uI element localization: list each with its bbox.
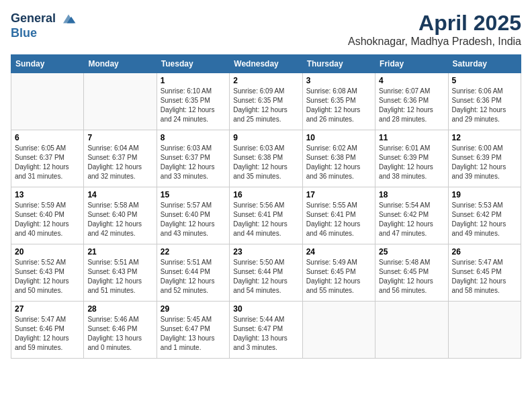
cell-info: Sunrise: 6:01 AM Sunset: 6:39 PM Dayligh… <box>379 144 444 181</box>
calendar-cell: 6Sunrise: 6:05 AM Sunset: 6:37 PM Daylig… <box>11 130 84 187</box>
title-area: April 2025 Ashoknagar, Madhya Pradesh, I… <box>348 11 521 48</box>
cell-info: Sunrise: 6:06 AM Sunset: 6:36 PM Dayligh… <box>452 87 517 124</box>
weekday-header-saturday: Saturday <box>448 55 521 73</box>
calendar-cell: 4Sunrise: 6:07 AM Sunset: 6:36 PM Daylig… <box>375 73 448 130</box>
cell-info: Sunrise: 5:47 AM Sunset: 6:46 PM Dayligh… <box>15 315 80 353</box>
cell-day-number: 18 <box>379 190 444 199</box>
calendar-cell: 17Sunrise: 5:55 AM Sunset: 6:41 PM Dayli… <box>302 187 375 244</box>
calendar-cell: 23Sunrise: 5:50 AM Sunset: 6:44 PM Dayli… <box>230 244 302 302</box>
cell-info: Sunrise: 5:54 AM Sunset: 6:42 PM Dayligh… <box>379 201 444 238</box>
cell-day-number: 1 <box>161 76 226 85</box>
cell-info: Sunrise: 5:44 AM Sunset: 6:47 PM Dayligh… <box>233 315 298 353</box>
cell-day-number: 4 <box>379 76 444 85</box>
calendar-cell: 19Sunrise: 5:53 AM Sunset: 6:42 PM Dayli… <box>448 187 521 244</box>
calendar-cell: 16Sunrise: 5:56 AM Sunset: 6:41 PM Dayli… <box>230 187 302 244</box>
weekday-header-tuesday: Tuesday <box>157 55 229 73</box>
cell-info: Sunrise: 5:48 AM Sunset: 6:45 PM Dayligh… <box>379 258 444 295</box>
calendar-cell: 30Sunrise: 5:44 AM Sunset: 6:47 PM Dayli… <box>230 302 302 359</box>
cell-info: Sunrise: 6:07 AM Sunset: 6:36 PM Dayligh… <box>379 87 444 124</box>
cell-day-number: 26 <box>452 247 517 257</box>
cell-day-number: 13 <box>15 190 80 199</box>
calendar-cell: 15Sunrise: 5:57 AM Sunset: 6:40 PM Dayli… <box>157 187 229 244</box>
cell-info: Sunrise: 6:10 AM Sunset: 6:35 PM Dayligh… <box>161 87 226 124</box>
calendar-cell: 12Sunrise: 6:00 AM Sunset: 6:39 PM Dayli… <box>448 130 521 187</box>
location-title: Ashoknagar, Madhya Pradesh, India <box>348 36 521 48</box>
week-row-4: 20Sunrise: 5:52 AM Sunset: 6:43 PM Dayli… <box>11 244 521 302</box>
cell-info: Sunrise: 5:52 AM Sunset: 6:43 PM Dayligh… <box>15 258 80 295</box>
cell-day-number: 5 <box>452 76 517 85</box>
cell-info: Sunrise: 5:46 AM Sunset: 6:46 PM Dayligh… <box>87 315 152 353</box>
calendar-cell <box>448 302 521 359</box>
cell-day-number: 22 <box>161 247 226 257</box>
calendar-cell: 7Sunrise: 6:04 AM Sunset: 6:37 PM Daylig… <box>84 130 157 187</box>
cell-info: Sunrise: 6:04 AM Sunset: 6:37 PM Dayligh… <box>87 144 152 181</box>
weekday-header-monday: Monday <box>84 55 157 73</box>
cell-day-number: 23 <box>233 247 298 257</box>
cell-day-number: 27 <box>15 304 80 314</box>
weekday-header-thursday: Thursday <box>302 55 375 73</box>
calendar-cell: 8Sunrise: 6:03 AM Sunset: 6:37 PM Daylig… <box>157 130 229 187</box>
calendar-table: SundayMondayTuesdayWednesdayThursdayFrid… <box>11 54 521 359</box>
cell-info: Sunrise: 5:51 AM Sunset: 6:44 PM Dayligh… <box>161 258 226 295</box>
week-row-5: 27Sunrise: 5:47 AM Sunset: 6:46 PM Dayli… <box>11 302 521 359</box>
cell-info: Sunrise: 5:56 AM Sunset: 6:41 PM Dayligh… <box>233 201 298 238</box>
week-row-3: 13Sunrise: 5:59 AM Sunset: 6:40 PM Dayli… <box>11 187 521 244</box>
calendar-cell: 3Sunrise: 6:08 AM Sunset: 6:35 PM Daylig… <box>302 73 375 130</box>
calendar-cell: 25Sunrise: 5:48 AM Sunset: 6:45 PM Dayli… <box>375 244 448 302</box>
cell-day-number: 28 <box>87 304 152 314</box>
cell-info: Sunrise: 6:08 AM Sunset: 6:35 PM Dayligh… <box>306 87 371 124</box>
calendar-cell: 11Sunrise: 6:01 AM Sunset: 6:39 PM Dayli… <box>375 130 448 187</box>
cell-day-number: 15 <box>161 190 226 199</box>
calendar-cell: 14Sunrise: 5:58 AM Sunset: 6:40 PM Dayli… <box>84 187 157 244</box>
cell-info: Sunrise: 5:55 AM Sunset: 6:41 PM Dayligh… <box>306 201 371 238</box>
cell-day-number: 19 <box>452 190 517 199</box>
calendar-cell: 10Sunrise: 6:02 AM Sunset: 6:38 PM Dayli… <box>302 130 375 187</box>
cell-info: Sunrise: 5:53 AM Sunset: 6:42 PM Dayligh… <box>452 201 517 238</box>
cell-day-number: 30 <box>233 304 298 314</box>
cell-day-number: 11 <box>379 133 444 142</box>
cell-info: Sunrise: 5:58 AM Sunset: 6:40 PM Dayligh… <box>87 201 152 238</box>
calendar-cell: 22Sunrise: 5:51 AM Sunset: 6:44 PM Dayli… <box>157 244 229 302</box>
cell-info: Sunrise: 5:50 AM Sunset: 6:44 PM Dayligh… <box>233 258 298 295</box>
cell-info: Sunrise: 6:05 AM Sunset: 6:37 PM Dayligh… <box>15 144 80 181</box>
weekday-header-sunday: Sunday <box>11 55 84 73</box>
weekday-header-friday: Friday <box>375 55 448 73</box>
page-header: General Blue April 2025 Ashoknagar, Madh… <box>11 11 521 48</box>
calendar-cell: 2Sunrise: 6:09 AM Sunset: 6:35 PM Daylig… <box>230 73 302 130</box>
cell-day-number: 12 <box>452 133 517 142</box>
weekday-header-row: SundayMondayTuesdayWednesdayThursdayFrid… <box>11 55 521 73</box>
cell-info: Sunrise: 6:00 AM Sunset: 6:39 PM Dayligh… <box>452 144 517 181</box>
cell-day-number: 20 <box>15 247 80 257</box>
cell-info: Sunrise: 6:03 AM Sunset: 6:38 PM Dayligh… <box>233 144 298 181</box>
cell-day-number: 25 <box>379 247 444 257</box>
cell-info: Sunrise: 5:49 AM Sunset: 6:45 PM Dayligh… <box>306 258 371 295</box>
calendar-cell <box>375 302 448 359</box>
weekday-header-wednesday: Wednesday <box>230 55 302 73</box>
calendar-cell <box>302 302 375 359</box>
week-row-2: 6Sunrise: 6:05 AM Sunset: 6:37 PM Daylig… <box>11 130 521 187</box>
calendar-cell: 20Sunrise: 5:52 AM Sunset: 6:43 PM Dayli… <box>11 244 84 302</box>
calendar-cell: 18Sunrise: 5:54 AM Sunset: 6:42 PM Dayli… <box>375 187 448 244</box>
logo-text: General Blue <box>11 11 77 40</box>
month-title: April 2025 <box>348 11 521 36</box>
calendar-cell: 29Sunrise: 5:45 AM Sunset: 6:47 PM Dayli… <box>157 302 229 359</box>
cell-day-number: 7 <box>87 133 152 142</box>
cell-info: Sunrise: 6:03 AM Sunset: 6:37 PM Dayligh… <box>161 144 226 181</box>
cell-day-number: 3 <box>306 76 371 85</box>
cell-day-number: 8 <box>161 133 226 142</box>
logo: General Blue <box>11 11 77 40</box>
calendar-cell: 27Sunrise: 5:47 AM Sunset: 6:46 PM Dayli… <box>11 302 84 359</box>
cell-day-number: 21 <box>87 247 152 257</box>
week-row-1: 1Sunrise: 6:10 AM Sunset: 6:35 PM Daylig… <box>11 73 521 130</box>
calendar-cell: 28Sunrise: 5:46 AM Sunset: 6:46 PM Dayli… <box>84 302 157 359</box>
cell-day-number: 16 <box>233 190 298 199</box>
cell-day-number: 9 <box>233 133 298 142</box>
calendar-cell: 9Sunrise: 6:03 AM Sunset: 6:38 PM Daylig… <box>230 130 302 187</box>
cell-info: Sunrise: 5:45 AM Sunset: 6:47 PM Dayligh… <box>161 315 226 353</box>
cell-day-number: 10 <box>306 133 371 142</box>
cell-day-number: 29 <box>161 304 226 314</box>
calendar-cell <box>84 73 157 130</box>
cell-info: Sunrise: 5:47 AM Sunset: 6:45 PM Dayligh… <box>452 258 517 295</box>
cell-day-number: 2 <box>233 76 298 85</box>
cell-day-number: 6 <box>15 133 80 142</box>
